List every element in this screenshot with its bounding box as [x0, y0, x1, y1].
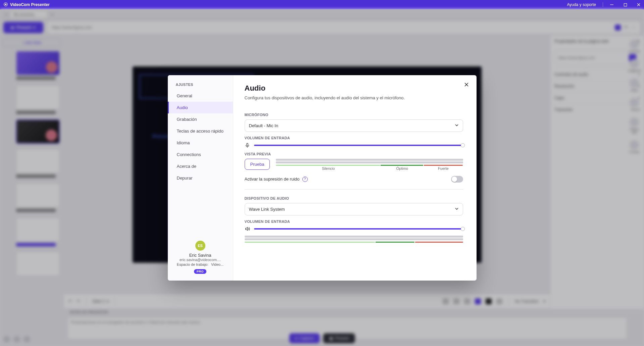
window-minimize-button[interactable] — [610, 3, 614, 7]
input-volume-slider[interactable] — [254, 145, 463, 146]
workspace-label: Espacio de trabajo: — [177, 262, 208, 266]
svg-rect-8 — [247, 143, 248, 146]
slider-knob[interactable] — [461, 227, 465, 231]
sidebar-item-audio[interactable]: Audio — [168, 102, 233, 113]
user-avatar: ES — [195, 241, 205, 251]
input-volume-label: VOLUMEN DE ENTRADA — [245, 136, 463, 140]
titlebar: VideoCom Presenter Ayuda y soporte — [0, 0, 644, 9]
settings-content: Audio Configura tus dispositivos de audi… — [233, 75, 477, 281]
window-close-button[interactable] — [637, 3, 641, 7]
svg-rect-3 — [624, 3, 627, 6]
output-device-value: Wave Link System — [249, 207, 285, 212]
scale-loud: Fuerte — [424, 166, 463, 170]
svg-point-1 — [5, 4, 6, 5]
output-device-label: DISPOSITIVO DE AUDIO — [245, 196, 463, 200]
separator — [603, 2, 603, 7]
settings-page-title: Audio — [245, 84, 465, 93]
chevron-down-icon — [455, 123, 459, 128]
app-logo-icon — [3, 2, 8, 8]
help-support-link[interactable]: Ayuda y soporte — [567, 2, 596, 7]
section-divider — [245, 189, 463, 190]
noise-suppression-toggle[interactable] — [451, 176, 463, 183]
sidebar-item-language[interactable]: Idioma — [168, 137, 233, 149]
user-name: Eric Savina — [170, 253, 230, 258]
sidebar-item-about[interactable]: Acerca de — [168, 160, 233, 172]
output-volume-slider[interactable] — [254, 228, 463, 230]
microphone-select-value: Default - Mic In — [249, 123, 278, 128]
scale-optimal: Óptimo — [381, 166, 424, 170]
input-level-meter: Silencio Óptimo Fuerte — [276, 159, 463, 170]
sidebar-item-general[interactable]: General — [168, 90, 233, 102]
noise-suppression-label: Activar la supresión de ruido — [245, 177, 300, 182]
chevron-down-icon — [455, 207, 459, 212]
speaker-icon — [245, 226, 251, 232]
microphone-section-label: MICRÓFONO — [245, 113, 463, 117]
microphone-select[interactable]: Default - Mic In — [245, 119, 463, 132]
sidebar-item-connections[interactable]: Connections — [168, 149, 233, 160]
test-microphone-button[interactable]: Prueba — [245, 159, 270, 170]
workspace-value: Video... — [211, 262, 224, 266]
modal-overlay: AJUSTES General Audio Grabación Teclas d… — [0, 9, 644, 346]
help-icon[interactable]: ? — [302, 177, 308, 182]
close-icon — [464, 82, 469, 87]
settings-modal: AJUSTES General Audio Grabación Teclas d… — [168, 75, 477, 281]
window-maximize-button[interactable] — [623, 3, 627, 7]
sidebar-item-hotkeys[interactable]: Teclas de acceso rápido — [168, 125, 233, 137]
output-volume-label: VOLUMEN DE ENTRADA — [245, 219, 463, 224]
settings-page-subtitle: Configura tus dispositivos de audio, inc… — [245, 95, 465, 100]
user-email: eric.savina@videocom.... — [170, 258, 230, 262]
preview-label: VISTA PREVIA — [245, 152, 463, 156]
microphone-icon — [245, 143, 251, 148]
pro-badge: PRO — [194, 269, 206, 274]
sidebar-user-card: ES Eric Savina eric.savina@videocom.... … — [168, 237, 233, 281]
settings-sidebar-header: AJUSTES — [168, 75, 233, 90]
settings-sidebar: AJUSTES General Audio Grabación Teclas d… — [168, 75, 233, 281]
modal-close-button[interactable] — [463, 81, 470, 88]
settings-scroll-area[interactable]: MICRÓFONO Default - Mic In VOLUMEN DE EN… — [245, 109, 468, 281]
scale-silence: Silencio — [276, 166, 381, 170]
sidebar-item-debug[interactable]: Depurar — [168, 172, 233, 184]
output-device-select[interactable]: Wave Link System — [245, 203, 463, 215]
output-level-meter — [245, 236, 463, 243]
app-title: VideoCom Presenter — [10, 2, 50, 7]
slider-knob[interactable] — [461, 143, 465, 147]
sidebar-item-recording[interactable]: Grabación — [168, 113, 233, 125]
